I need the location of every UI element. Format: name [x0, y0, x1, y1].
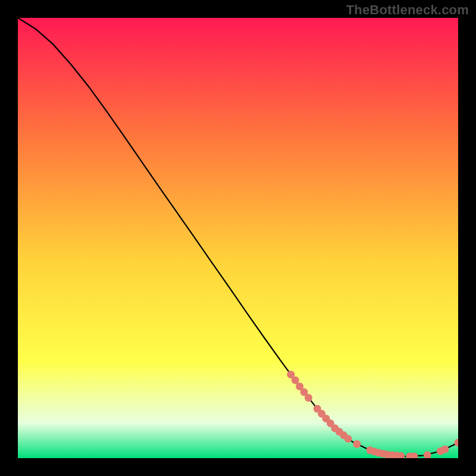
plot-area: [18, 18, 458, 458]
data-marker: [441, 446, 449, 453]
data-marker: [292, 377, 299, 384]
watermark-text: TheBottleneck.com: [346, 2, 469, 18]
data-marker: [305, 394, 312, 402]
data-marker: [353, 440, 361, 448]
data-marker: [345, 435, 352, 443]
bottleneck-chart: [18, 18, 458, 458]
frame: TheBottleneck.com: [0, 0, 476, 476]
gradient-background: [18, 18, 458, 458]
